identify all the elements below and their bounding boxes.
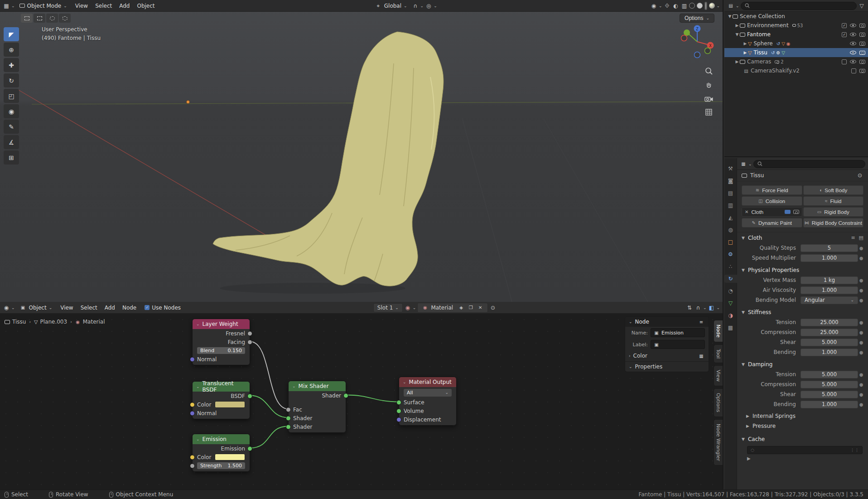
socket-shader1-input[interactable] <box>286 416 291 421</box>
value-field[interactable]: Angular⌄ <box>800 296 858 304</box>
ghost-cloth-object[interactable] <box>213 32 444 286</box>
stiffness-panel-header[interactable]: ▼Stiffness <box>737 307 868 317</box>
texture-tab-icon[interactable]: ▩ <box>725 324 736 332</box>
cache-grip-icon[interactable]: ⋮⋮ <box>850 448 859 452</box>
properties-search-input[interactable] <box>753 160 865 168</box>
expand-icon[interactable]: ▼ <box>727 14 733 19</box>
expand-icon[interactable]: ▶ <box>734 59 740 64</box>
sidebar-tab[interactable]: View <box>714 365 723 386</box>
shader-type-dropdown[interactable]: ▣ Object ⌄ <box>16 303 56 312</box>
outliner-row-scene-collection[interactable]: ▼ Scene Collection <box>724 12 868 21</box>
socket-emission-output[interactable] <box>247 446 252 451</box>
editor-type-icon[interactable]: ◉ <box>3 304 10 311</box>
scale-tool-button[interactable]: ◰ <box>4 89 19 103</box>
menu-item[interactable]: View <box>57 304 77 312</box>
object-tab-icon[interactable]: □ <box>725 238 736 246</box>
disable-render-icon[interactable] <box>859 42 865 46</box>
animate-dot[interactable]: ● <box>858 330 864 335</box>
sidebar-tab[interactable]: Node <box>714 320 723 342</box>
select-box-button[interactable] <box>34 14 45 23</box>
socket-bsdf-output[interactable] <box>247 393 252 398</box>
cloth-panel-header[interactable]: ▼Cloth ≡▤ <box>737 233 868 243</box>
add-primitive-tool-button[interactable]: ⊞ <box>4 150 19 165</box>
value-field[interactable]: 1 kg⌄ <box>800 276 858 284</box>
world-tab-icon[interactable]: ◍ <box>725 226 736 234</box>
options-button[interactable]: Options ⌄ <box>680 14 714 23</box>
render-toggle-icon[interactable] <box>793 210 799 214</box>
rotate-tool-button[interactable]: ↻ <box>4 73 19 87</box>
properties-editor-icon[interactable]: ▦ <box>740 160 747 168</box>
sidebar-tab[interactable]: Node Wrangler <box>714 419 723 465</box>
socket-color-input[interactable] <box>190 455 195 460</box>
properties-subpanel[interactable]: ⌄ Properties <box>625 361 709 372</box>
gizmo-y-neg[interactable] <box>705 48 711 54</box>
material-browse-caret[interactable]: ⌄ <box>413 305 416 310</box>
scene-tab-icon[interactable]: ◭ <box>725 213 736 222</box>
collapsed-panel-header[interactable]: ▶ Pressure <box>737 421 868 431</box>
hide-eye-icon[interactable] <box>850 42 856 45</box>
blend-value-field[interactable]: Blend0.150 <box>197 347 245 354</box>
socket-facing-output[interactable] <box>247 339 252 344</box>
move-tool-button[interactable]: ✚ <box>4 58 19 72</box>
socket-shader-output[interactable] <box>343 393 348 398</box>
value-field[interactable]: 5.000⌄ <box>800 391 858 398</box>
overlays-icon[interactable]: ◧ <box>708 304 715 311</box>
color-swatch[interactable] <box>215 454 245 460</box>
animate-dot[interactable]: ● <box>858 340 864 345</box>
value-field[interactable]: 1.000⌄ <box>800 349 858 356</box>
menu-item[interactable]: Select <box>77 304 101 312</box>
editor-type-caret[interactable]: ⌄ <box>11 305 15 310</box>
collapsed-panel-header[interactable]: ▶ Internal Springs <box>737 411 868 421</box>
data-tab-icon[interactable]: ▽ <box>725 299 736 307</box>
node-canvas[interactable]: Tissu › ▽Plane.003 › ◉Material ⌄ Layer W… <box>0 314 723 489</box>
animate-dot[interactable]: ● <box>858 256 864 261</box>
collision-button[interactable]: ◫Collision <box>742 196 802 206</box>
socket-normal-input[interactable] <box>190 357 195 362</box>
collection-checkbox[interactable]: ✓ <box>842 32 847 37</box>
material-browse-icon[interactable]: ◉ <box>404 304 411 311</box>
force-field-button[interactable]: ≋Force Field <box>742 185 802 195</box>
hide-eye-icon[interactable] <box>850 51 856 54</box>
node-label-input[interactable]: ▣ <box>651 340 705 349</box>
cursor-tool-button[interactable]: ⊕ <box>4 43 19 57</box>
hide-eye-icon[interactable] <box>850 24 856 27</box>
collapse-icon[interactable]: ⌄ <box>403 380 406 384</box>
socket-surface-input[interactable] <box>396 400 401 405</box>
render-tab-icon[interactable]: ◙ <box>725 177 736 185</box>
context-object-label[interactable]: Tissu <box>750 172 764 179</box>
transform-tool-button[interactable]: ◉ <box>4 104 19 118</box>
pin-icon[interactable]: ⊙ <box>856 172 863 179</box>
animate-dot[interactable]: ● <box>858 392 864 397</box>
select-tweak-button[interactable] <box>21 14 33 23</box>
soft-body-button[interactable]: ◖Soft Body <box>803 185 864 195</box>
snapping-caret[interactable]: ⌄ <box>703 305 707 310</box>
animate-dot[interactable]: ● <box>858 278 864 283</box>
viewlayer-tab-icon[interactable]: ▥ <box>725 201 736 209</box>
cache-list-box[interactable]: ◌ ⋮⋮ <box>747 446 863 454</box>
socket-strength-input[interactable] <box>190 463 195 468</box>
cloth-button[interactable]: ✕Cloth <box>742 207 802 217</box>
value-field[interactable]: 5.000⌄ <box>800 371 858 378</box>
node-layer-weight[interactable]: ⌄ Layer Weight Fresnel Facing Blend0.150… <box>192 319 250 365</box>
outliner-row-camerashakify[interactable]: ▤ CameraShakify.v2 <box>724 66 868 75</box>
color-presets-icon[interactable]: ▦ <box>698 352 705 359</box>
disable-render-icon[interactable] <box>859 33 865 37</box>
node-translucent-bsdf[interactable]: ⌄ Translucent BSDF BSDF Color Normal <box>192 381 250 419</box>
collapse-icon[interactable]: ⌄ <box>196 322 200 326</box>
value-field[interactable]: 25.000⌄ <box>800 319 858 326</box>
value-field[interactable]: 1.000⌄ <box>800 254 858 262</box>
material-name-field[interactable]: ◉ Material ◈ ❐ ✕ <box>417 303 488 313</box>
cache-expand-arrow[interactable]: ▶ <box>737 454 868 461</box>
collection-checkbox[interactable] <box>851 68 856 73</box>
select-circle-button[interactable] <box>46 14 58 23</box>
animate-dot[interactable]: ● <box>858 320 864 325</box>
snapping-magnet-icon[interactable]: ∩ <box>694 304 702 311</box>
node-relations-icon[interactable]: ⇅ <box>686 304 693 311</box>
viewport-toggle-icon[interactable] <box>785 210 791 214</box>
constraints-tab-icon[interactable]: ◔ <box>725 287 736 295</box>
socket-displacement-input[interactable] <box>396 417 401 422</box>
filter-icon[interactable]: ▽ <box>858 2 865 10</box>
socket-fresnel-output[interactable] <box>247 331 252 336</box>
breadcrumb-mesh[interactable]: Plane.003 <box>40 319 67 325</box>
editor-type-caret[interactable]: ⌄ <box>736 4 739 8</box>
